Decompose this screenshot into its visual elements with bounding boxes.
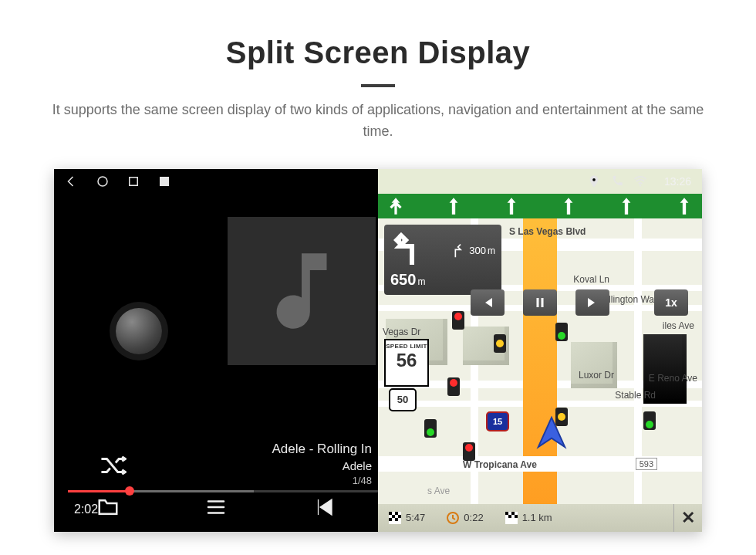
status-clock: 13:26 bbox=[664, 175, 691, 188]
sim-speed-button[interactable]: 1x bbox=[654, 289, 688, 316]
lane-arrow-icon bbox=[616, 196, 636, 216]
svg-point-0 bbox=[98, 177, 107, 186]
joystick-control[interactable] bbox=[116, 308, 162, 354]
road-label: Koval Ln bbox=[573, 274, 609, 285]
svg-rect-2 bbox=[160, 177, 169, 186]
road-label: W Tropicana Ave bbox=[463, 459, 537, 470]
svg-rect-18 bbox=[395, 518, 398, 521]
turn-left-icon bbox=[390, 231, 427, 268]
svg-rect-13 bbox=[389, 512, 392, 515]
sim-controls bbox=[471, 289, 609, 316]
playlist-button[interactable] bbox=[198, 489, 234, 525]
road-label: Stable Rd bbox=[615, 390, 656, 401]
music-app-pane: Adele - Rolling In Adele 1/48 2:02 bbox=[54, 169, 378, 532]
shuffle-button[interactable] bbox=[100, 456, 127, 475]
location-icon bbox=[587, 174, 601, 188]
svg-point-4 bbox=[640, 184, 641, 186]
svg-rect-10 bbox=[537, 298, 539, 307]
track-title: Adele - Rolling In bbox=[272, 441, 372, 459]
speed-limit-label: SPEED LIMIT bbox=[386, 343, 427, 350]
checkered-flag-icon bbox=[389, 512, 401, 524]
svg-point-3 bbox=[592, 178, 596, 181]
svg-rect-24 bbox=[515, 515, 518, 518]
previous-track-button[interactable] bbox=[306, 489, 342, 525]
music-note-icon bbox=[251, 241, 352, 341]
lane-arrow-icon bbox=[386, 196, 406, 216]
eta-value: 5:47 bbox=[406, 512, 425, 523]
back-icon[interactable] bbox=[65, 174, 79, 188]
svg-rect-7 bbox=[567, 201, 570, 214]
title-divider bbox=[361, 84, 395, 87]
road-label: s Ave bbox=[427, 486, 450, 496]
road-label: iles Ave bbox=[663, 320, 694, 331]
track-artist: Adele bbox=[272, 459, 372, 474]
road-label: E Reno Ave bbox=[649, 373, 697, 384]
svg-rect-5 bbox=[452, 201, 455, 214]
route-50-shield: 50 bbox=[389, 388, 417, 411]
page-title: Split Screen Display bbox=[0, 36, 756, 70]
svg-rect-21 bbox=[505, 512, 508, 515]
svg-rect-9 bbox=[683, 201, 686, 214]
svg-rect-23 bbox=[508, 515, 511, 518]
svg-rect-8 bbox=[625, 201, 628, 214]
svg-rect-14 bbox=[395, 512, 398, 515]
close-button[interactable]: ✕ bbox=[673, 504, 702, 532]
sim-prev-button[interactable] bbox=[471, 289, 505, 316]
turn-unit: m bbox=[417, 276, 425, 287]
status-bar: 13:26 bbox=[54, 169, 702, 194]
svg-rect-16 bbox=[398, 515, 401, 518]
road-label: Luxor Dr bbox=[579, 370, 614, 381]
navigation-app-pane: S Las Vegas Blvd Koval Ln Duke Ellington… bbox=[378, 169, 702, 532]
heading-arrow-icon bbox=[534, 415, 569, 450]
home-icon[interactable] bbox=[96, 174, 110, 188]
svg-rect-1 bbox=[130, 178, 138, 186]
route-shield-icon: 15 bbox=[486, 411, 509, 431]
next-turn-distance: 300 bbox=[469, 245, 486, 256]
remaining-unit: km bbox=[538, 512, 552, 523]
lane-arrow-icon bbox=[444, 196, 464, 216]
sim-next-button[interactable] bbox=[575, 289, 609, 316]
next-turn-unit: m bbox=[488, 245, 495, 256]
remaining-segment: 1.1 km bbox=[494, 512, 563, 524]
distance-badge: 593 bbox=[636, 458, 657, 470]
turn-distance: 650 bbox=[390, 271, 416, 288]
folder-button[interactable] bbox=[90, 489, 126, 525]
road-label: Vegas Dr bbox=[383, 327, 420, 337]
svg-rect-11 bbox=[542, 298, 544, 307]
lane-arrow-icon bbox=[501, 196, 521, 216]
lane-arrow-icon bbox=[559, 196, 579, 216]
nav-bottom-bar: 5:47 0:22 1.1 km ✕ bbox=[378, 504, 702, 532]
lane-arrow-icon bbox=[674, 196, 694, 216]
turn-panel: 300m 650m bbox=[384, 225, 501, 295]
page-subtitle: It supports the same screen display of t… bbox=[39, 100, 717, 143]
remaining-value: 1.1 bbox=[522, 512, 536, 523]
music-bottom-bar bbox=[54, 482, 378, 532]
recent-apps-icon[interactable] bbox=[127, 174, 140, 188]
road-label: S Las Vegas Blvd bbox=[509, 226, 586, 237]
track-info: Adele - Rolling In Adele 1/48 bbox=[272, 441, 372, 488]
close-icon: ✕ bbox=[681, 508, 695, 528]
wifi-icon bbox=[633, 174, 647, 188]
duration-value: 0:22 bbox=[464, 512, 483, 523]
speed-limit-value: 56 bbox=[386, 351, 427, 370]
duration-segment: 0:22 bbox=[436, 512, 494, 524]
svg-rect-22 bbox=[511, 512, 515, 515]
svg-rect-17 bbox=[389, 518, 392, 521]
svg-rect-15 bbox=[392, 515, 395, 518]
eta-segment: 5:47 bbox=[378, 512, 436, 524]
clock-icon bbox=[447, 512, 459, 524]
turn-right-icon bbox=[449, 243, 464, 259]
album-art-placeholder bbox=[228, 217, 376, 365]
speed-limit-sign: SPEED LIMIT 56 bbox=[384, 339, 429, 387]
checkered-flag-icon bbox=[505, 512, 518, 524]
device-frame: 13:26 Adele - Rolling In Adele 1/48 bbox=[54, 169, 702, 532]
sim-pause-button[interactable] bbox=[523, 289, 557, 316]
svg-rect-6 bbox=[509, 201, 512, 214]
screenshot-icon[interactable] bbox=[157, 174, 171, 188]
lane-guidance-bar bbox=[378, 194, 702, 218]
phone-icon bbox=[610, 174, 624, 188]
